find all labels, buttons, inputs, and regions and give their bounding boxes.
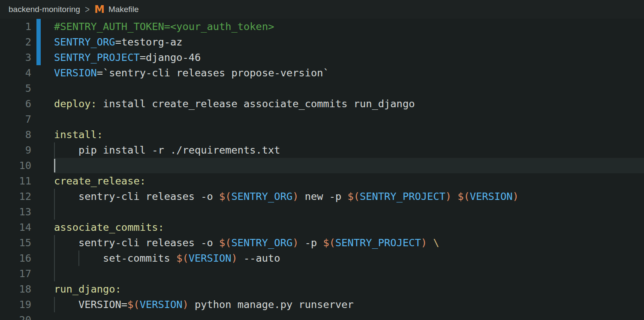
token-text: [451, 190, 457, 202]
token-comment: #SENTRY_AUTH_TOKEN=<your_auth_token>: [54, 21, 274, 33]
line-code: install:: [54, 127, 103, 142]
line-code: SENTRY_ORG=testorg-az: [54, 34, 183, 50]
token-variable: SENTRY_PROJECT: [335, 237, 421, 249]
code-line[interactable]: 8install:: [0, 127, 644, 142]
line-number: 2: [0, 34, 31, 50]
token-punct: $(: [127, 299, 140, 311]
line-number: 18: [0, 281, 31, 297]
token-text: python manage.py runserver: [189, 299, 354, 311]
token-target: install:: [54, 129, 103, 141]
code-line[interactable]: 9pip install -r ./requirements.txt: [0, 142, 644, 158]
line-number: 11: [0, 173, 31, 189]
code-line[interactable]: 15sentry-cli releases -o $(SENTRY_ORG) -…: [0, 235, 644, 251]
line-number: 12: [0, 189, 31, 204]
token-text: new -p: [298, 190, 347, 202]
line-code: deploy: install create_release associate…: [54, 96, 415, 112]
line-number: 7: [0, 112, 31, 127]
code-line[interactable]: 2SENTRY_ORG=testorg-az: [0, 34, 644, 50]
git-modified-indicator: [36, 50, 41, 65]
token-punct: ): [292, 190, 298, 202]
line-number: 19: [0, 297, 31, 312]
token-escape: \: [433, 237, 439, 249]
code-line[interactable]: 17: [0, 266, 644, 281]
token-text: =django-46: [140, 51, 201, 63]
code-line[interactable]: 3SENTRY_PROJECT=django-46: [0, 50, 644, 65]
line-code: #SENTRY_AUTH_TOKEN=<your_auth_token>: [54, 19, 274, 34]
line-code: run_django:: [54, 281, 121, 297]
code-line[interactable]: 14associate_commits:: [0, 220, 644, 235]
indent-guide: [54, 266, 55, 281]
token-text: pip install -r ./requirements.txt: [78, 144, 280, 156]
line-number: 13: [0, 204, 31, 220]
token-variable: SENTRY_ORG: [232, 237, 293, 249]
token-text: -p: [298, 237, 323, 249]
token-target: deploy:: [54, 98, 97, 110]
token-punct: $(: [323, 237, 335, 249]
git-modified-indicator: [36, 34, 41, 50]
code-line[interactable]: 6deploy: install create_release associat…: [0, 96, 644, 112]
token-target: associate_commits:: [54, 221, 164, 233]
line-number: 6: [0, 96, 31, 112]
line-number: 1: [0, 19, 31, 34]
editor[interactable]: 1#SENTRY_AUTH_TOKEN=<your_auth_token>2SE…: [0, 19, 644, 320]
chevron-right-icon: >: [85, 3, 90, 15]
line-code: VERSION=$(VERSION) python manage.py runs…: [54, 297, 354, 312]
line-number: 9: [0, 142, 31, 158]
token-punct: ): [182, 299, 188, 311]
line-code: VERSION=`sentry-cli releases propose-ver…: [54, 65, 329, 81]
code-line[interactable]: 10: [0, 158, 644, 173]
line-number: 4: [0, 65, 31, 81]
line-code: sentry-cli releases -o $(SENTRY_ORG) new…: [54, 189, 519, 204]
makefile-icon: M: [94, 4, 105, 15]
token-text: sentry-cli releases -o: [78, 237, 219, 249]
token-punct: $(: [348, 190, 360, 202]
token-variable: VERSION: [470, 190, 513, 202]
code-line[interactable]: 11create_release:: [0, 173, 644, 189]
token-text: =`sentry-cli releases propose-version`: [97, 67, 329, 79]
code-line[interactable]: 4VERSION=`sentry-cli releases propose-ve…: [0, 65, 644, 81]
code-line[interactable]: 1#SENTRY_AUTH_TOKEN=<your_auth_token>: [0, 19, 644, 34]
token-punct: ): [232, 252, 238, 264]
code-line[interactable]: 19VERSION=$(VERSION) python manage.py ru…: [0, 297, 644, 312]
token-punct: $(: [176, 252, 189, 264]
token-variable: SENTRY_PROJECT: [360, 190, 445, 202]
token-text: install create_release associate_commits…: [97, 98, 415, 110]
code-line[interactable]: 7: [0, 112, 644, 127]
line-number: 20: [0, 312, 31, 320]
code-line[interactable]: 12sentry-cli releases -o $(SENTRY_ORG) n…: [0, 189, 644, 204]
line-number: 10: [0, 158, 31, 173]
token-punct: ): [513, 190, 519, 202]
code-line[interactable]: 20: [0, 312, 644, 320]
code-line[interactable]: 16set-commits $(VERSION) --auto: [0, 251, 644, 266]
token-text: =testorg-az: [115, 36, 183, 48]
breadcrumb-project[interactable]: backend-monitoring: [9, 5, 80, 14]
breadcrumb-file: Makefile: [108, 5, 139, 14]
line-number: 17: [0, 266, 31, 281]
line-number: 15: [0, 235, 31, 251]
line-code: sentry-cli releases -o $(SENTRY_ORG) -p …: [54, 235, 439, 251]
token-variable: SENTRY_PROJECT: [54, 51, 140, 63]
text-cursor: [54, 159, 55, 172]
token-punct: ): [421, 237, 427, 249]
token-punct: ): [445, 190, 451, 202]
breadcrumb-bar: backend-monitoring > M Makefile: [0, 0, 644, 19]
line-code: associate_commits:: [54, 220, 164, 235]
line-number: 14: [0, 220, 31, 235]
token-text: --auto: [238, 252, 280, 264]
code-line[interactable]: 13: [0, 204, 644, 220]
code-line[interactable]: 18run_django:: [0, 281, 644, 297]
token-variable: VERSION: [140, 299, 183, 311]
token-text: VERSION=: [78, 299, 127, 311]
line-number: 5: [0, 81, 31, 96]
code-line[interactable]: 5: [0, 81, 644, 96]
token-target: run_django:: [54, 283, 121, 295]
current-line-highlight: [54, 158, 644, 173]
breadcrumb-file-crumb[interactable]: M Makefile: [94, 4, 139, 15]
token-variable: SENTRY_ORG: [54, 36, 115, 48]
token-punct: $(: [219, 237, 232, 249]
token-punct: $(: [219, 190, 232, 202]
line-number: 3: [0, 50, 31, 65]
indent-guide: [54, 204, 55, 220]
token-punct: ): [292, 237, 298, 249]
git-modified-indicator: [36, 19, 41, 34]
